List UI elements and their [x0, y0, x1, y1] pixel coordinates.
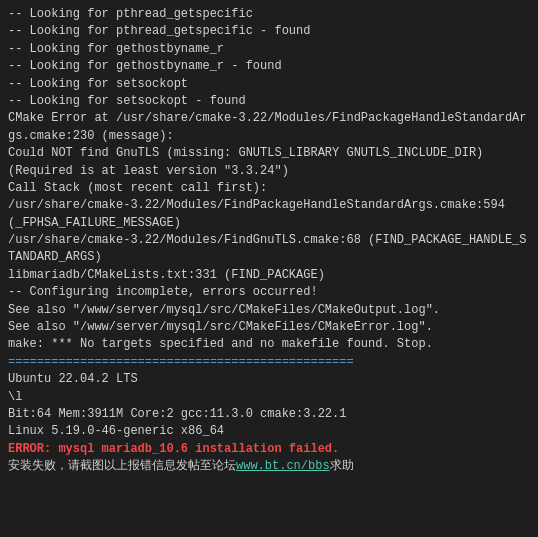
terminal-line: Bit:64 Mem:3911M Core:2 gcc:11.3.0 cmake…	[8, 406, 530, 423]
terminal-line: -- Looking for pthread_getspecific - fou…	[8, 23, 530, 40]
terminal-line: ========================================…	[8, 354, 530, 371]
terminal-line: (Required is at least version "3.3.24")	[8, 163, 530, 180]
terminal-line: /usr/share/cmake-3.22/Modules/FindGnuTLS…	[8, 232, 530, 267]
terminal-line: (_FPHSA_FAILURE_MESSAGE)	[8, 215, 530, 232]
terminal-line: Ubuntu 22.04.2 LTS	[8, 371, 530, 388]
terminal-line: See also "/www/server/mysql/src/CMakeFil…	[8, 319, 530, 336]
terminal-line: See also "/www/server/mysql/src/CMakeFil…	[8, 302, 530, 319]
terminal-line: -- Looking for gethostbyname_r - found	[8, 58, 530, 75]
forum-url[interactable]: www.bt.cn/bbs	[236, 459, 330, 473]
terminal-line: -- Configuring incomplete, errors occurr…	[8, 284, 530, 301]
terminal-line: -- Looking for setsockopt - found	[8, 93, 530, 110]
terminal-line: Could NOT find GnuTLS (missing: GNUTLS_L…	[8, 145, 530, 162]
terminal-line: -- Looking for setsockopt	[8, 76, 530, 93]
terminal-line: \l	[8, 389, 530, 406]
terminal-line: libmariadb/CMakeLists.txt:331 (FIND_PACK…	[8, 267, 530, 284]
terminal-line: 安装失败，请截图以上报错信息发帖至论坛www.bt.cn/bbs求助	[8, 458, 530, 475]
terminal-line: CMake Error at /usr/share/cmake-3.22/Mod…	[8, 110, 530, 145]
terminal-line: -- Looking for pthread_getspecific	[8, 6, 530, 23]
terminal-line: make: *** No targets specified and no ma…	[8, 336, 530, 353]
terminal-line: ERROR: mysql mariadb_10.6 installation f…	[8, 441, 530, 458]
terminal-line: /usr/share/cmake-3.22/Modules/FindPackag…	[8, 197, 530, 214]
terminal-window: -- Looking for pthread_getspecific-- Loo…	[0, 0, 538, 537]
terminal-line: Call Stack (most recent call first):	[8, 180, 530, 197]
terminal-line: Linux 5.19.0-46-generic x86_64	[8, 423, 530, 440]
terminal-line: -- Looking for gethostbyname_r	[8, 41, 530, 58]
